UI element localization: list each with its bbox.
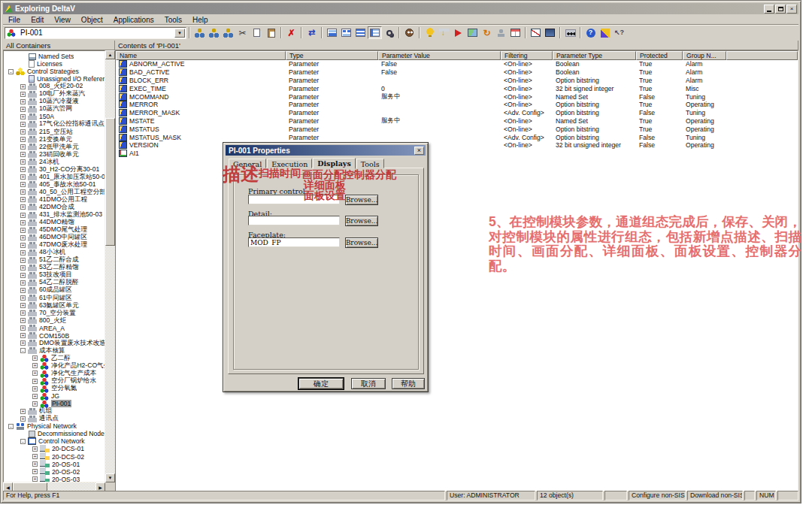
expand-icon[interactable]: + xyxy=(32,401,38,407)
tree-item[interactable]: +20-OS-01 xyxy=(4,461,105,468)
scrollbar-thumb[interactable] xyxy=(105,118,115,246)
tree-item[interactable]: +20-OS-02 xyxy=(4,468,105,476)
close-button[interactable]: × xyxy=(786,5,797,14)
tree-item[interactable]: +20-OS-03 xyxy=(4,476,105,482)
tree-item[interactable]: +20-DCS-02 xyxy=(4,452,105,460)
expand-icon[interactable]: + xyxy=(32,363,38,368)
expand-icon[interactable]: + xyxy=(20,318,26,323)
menu-item-applications[interactable]: Applications xyxy=(108,16,159,24)
expand-icon[interactable]: + xyxy=(32,370,38,376)
menu-item-help[interactable]: Help xyxy=(187,16,214,24)
tree-item[interactable]: +800_火炬 xyxy=(4,317,105,325)
expand-icon[interactable]: + xyxy=(20,167,26,172)
expand-icon[interactable]: + xyxy=(20,228,26,233)
explore-button[interactable] xyxy=(192,26,207,39)
table-row[interactable]: VERSIONParameter1<On-line>32 bit unsigne… xyxy=(116,141,798,150)
tree-item[interactable]: +AREA_A xyxy=(4,325,105,332)
delete-button[interactable] xyxy=(284,26,298,39)
expand-icon[interactable]: + xyxy=(32,461,38,467)
tree-item[interactable]: Named Sets xyxy=(4,53,105,60)
table-row[interactable]: BLOCK_ERRParameter<On-line>Option bitstr… xyxy=(116,77,798,85)
trend-button[interactable] xyxy=(529,26,543,39)
paste-button[interactable] xyxy=(264,26,278,39)
expand-icon[interactable]: + xyxy=(20,159,26,165)
column-header-filtering[interactable]: Filtering xyxy=(501,51,553,60)
download-button[interactable] xyxy=(437,26,451,39)
browse-button-3[interactable]: Browse... xyxy=(345,237,378,248)
minimize-button[interactable] xyxy=(764,5,774,14)
user-manager-button[interactable] xyxy=(402,26,417,39)
expand-icon[interactable]: + xyxy=(20,273,26,278)
dialog-close-icon[interactable]: × xyxy=(414,147,424,155)
expand-icon[interactable]: + xyxy=(20,137,26,142)
context-help-button[interactable] xyxy=(612,26,626,39)
table-row[interactable]: MCOMMANDParameter服务中<On-line>Named SetFa… xyxy=(116,92,798,101)
help-button-dialog[interactable]: 帮助 xyxy=(392,378,425,389)
details-view-button[interactable] xyxy=(368,26,382,39)
expand-icon[interactable]: + xyxy=(20,265,26,271)
expand-icon[interactable]: + xyxy=(20,258,26,263)
tree-item[interactable]: +JG xyxy=(4,392,105,400)
expand-icon[interactable]: + xyxy=(32,394,38,399)
expand-icon[interactable]: + xyxy=(20,280,26,286)
expand-icon[interactable]: + xyxy=(20,250,26,256)
filter-button[interactable] xyxy=(382,26,396,39)
table-row[interactable]: MSTATEParameter服务中<On-line>Named SetTrue… xyxy=(116,117,798,125)
expand-icon[interactable]: + xyxy=(20,243,26,248)
table-row[interactable]: MSTATUSParameter<On-line>Option bitstrin… xyxy=(116,125,798,133)
tree-item[interactable]: -Control Strategies xyxy=(4,68,105,75)
collapse-icon[interactable]: - xyxy=(20,439,26,444)
menu-item-tools[interactable]: Tools xyxy=(159,16,187,24)
alarm-button[interactable] xyxy=(423,26,437,39)
expand-icon[interactable]: + xyxy=(20,340,26,346)
tab-tools[interactable]: Tools xyxy=(356,159,384,168)
table-row[interactable]: MERRORParameter<On-line>Option bitstring… xyxy=(116,101,798,109)
tune-button[interactable] xyxy=(598,26,612,39)
diagnostics-button[interactable] xyxy=(563,26,577,39)
expand-icon[interactable]: + xyxy=(20,416,26,422)
restore-button[interactable] xyxy=(775,5,786,14)
expand-icon[interactable]: + xyxy=(32,469,38,474)
expand-icon[interactable]: + xyxy=(20,189,26,195)
menu-item-view[interactable]: View xyxy=(49,16,76,24)
expand-icon[interactable]: + xyxy=(20,182,26,187)
expand-icon[interactable]: + xyxy=(20,152,26,157)
column-header-name[interactable]: Name xyxy=(116,51,286,60)
expand-icon[interactable]: + xyxy=(20,204,26,210)
table-button[interactable] xyxy=(508,26,523,39)
large-icons-button[interactable] xyxy=(325,26,339,39)
expand-icon[interactable]: + xyxy=(20,114,26,119)
expand-icon[interactable]: + xyxy=(20,235,26,240)
collapse-icon[interactable]: - xyxy=(8,424,14,429)
menu-item-file[interactable]: File xyxy=(3,16,26,24)
column-header-group-n-[interactable]: Group N... xyxy=(683,51,726,60)
expand-icon[interactable]: + xyxy=(20,220,26,225)
expand-icon[interactable]: + xyxy=(20,174,26,180)
expand-icon[interactable]: + xyxy=(20,107,26,112)
cancel-button[interactable]: 取消 xyxy=(351,378,386,389)
expand-icon[interactable]: + xyxy=(32,476,38,482)
tab-displays[interactable]: Displays xyxy=(313,158,355,169)
expand-icon[interactable]: + xyxy=(32,446,38,452)
tree-item[interactable]: Decommissioned Nodes xyxy=(4,430,105,437)
list-view-button[interactable] xyxy=(353,26,368,39)
browse-button-2[interactable]: Browse... xyxy=(345,216,378,226)
cut-button[interactable] xyxy=(235,26,250,39)
expand-icon[interactable]: + xyxy=(20,295,26,301)
tree-item[interactable]: -Physical Network xyxy=(4,422,105,430)
expand-icon[interactable]: + xyxy=(20,310,26,316)
expand-icon[interactable]: + xyxy=(20,303,26,308)
table-row[interactable]: BAD_ACTIVEParameterFalse<On-line>Boolean… xyxy=(116,68,798,77)
bookmark-button[interactable] xyxy=(451,26,465,39)
expand-icon[interactable]: + xyxy=(20,288,26,293)
browse-button-1[interactable]: Browse... xyxy=(345,195,378,205)
expand-icon[interactable]: + xyxy=(20,129,26,135)
column-header-protected[interactable]: Protected xyxy=(636,51,683,60)
tree-item[interactable]: Licenses xyxy=(4,60,105,68)
menu-item-edit[interactable]: Edit xyxy=(26,16,49,24)
monitor-button[interactable] xyxy=(543,26,557,39)
expand-icon[interactable]: + xyxy=(20,84,26,89)
explore-roles-button[interactable] xyxy=(221,26,235,39)
table-row[interactable]: MERROR_MASKParameter<Adv. Config>Option … xyxy=(116,109,798,117)
column-header-type[interactable]: Type xyxy=(286,51,378,60)
